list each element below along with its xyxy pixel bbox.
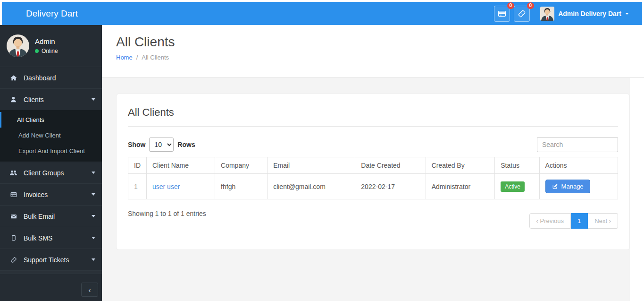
card-footer: Showing 1 to 1 of 1 entries ‹ Previous 1… xyxy=(128,210,618,229)
pagination-next-button[interactable]: Next › xyxy=(588,213,618,229)
online-status-dot xyxy=(35,49,39,53)
sidebar-item-bulk-email[interactable]: Bulk Email xyxy=(0,205,102,227)
navbar-right: 0 0 Admin Delivery Dart xyxy=(102,2,642,25)
sidebar-subitem-all-clients[interactable]: All Clients xyxy=(0,112,102,128)
envelope-icon xyxy=(9,213,17,220)
sidebar-item-dashboard[interactable]: Dashboard xyxy=(0,67,102,88)
sidebar-item-label: Bulk Email xyxy=(24,213,85,220)
sidebar-item-label: Bulk SMS xyxy=(24,234,85,242)
caret-down-icon xyxy=(92,258,95,261)
clients-card: All Clients Show 10 Rows xyxy=(116,94,630,250)
main-content: All Clients Home / All Clients All Clien… xyxy=(102,25,644,301)
page-size-select[interactable]: 10 xyxy=(149,138,174,152)
edit-icon xyxy=(552,183,558,189)
sidebar-divider xyxy=(0,270,102,274)
user-name: Admin xyxy=(35,37,58,45)
sidebar-filler xyxy=(0,274,102,278)
pagination-previous-button[interactable]: ‹ Previous xyxy=(529,213,571,229)
sidebar-item-client-groups[interactable]: Client Groups xyxy=(0,162,102,183)
mobile-icon xyxy=(9,234,17,241)
sidebar: Admin Online Dashboard Clients xyxy=(0,25,102,301)
manage-button-label: Manage xyxy=(561,183,584,190)
column-header-company: Company xyxy=(215,157,268,174)
column-header-created-by: Created By xyxy=(426,157,495,174)
breadcrumb-home-link[interactable]: Home xyxy=(116,54,133,61)
brand-logo[interactable]: Delivery Dart xyxy=(2,2,102,25)
page-title: All Clients xyxy=(116,34,630,50)
avatar xyxy=(7,34,29,57)
user-icon xyxy=(9,96,17,103)
credit-card-icon xyxy=(497,9,507,18)
column-header-client-name: Client Name xyxy=(147,157,215,174)
notification-badge: 0 xyxy=(507,2,515,9)
caret-down-icon xyxy=(92,172,95,174)
user-status: Online xyxy=(35,48,58,54)
sidebar-item-support-tickets[interactable]: Support Tickets xyxy=(0,249,102,270)
table-controls: Show 10 Rows xyxy=(128,137,618,152)
table-row: 1 user user fhfgh client@gmail.com 2022-… xyxy=(128,174,618,199)
sidebar-footer: ‹ xyxy=(0,278,102,301)
cell-client-name: user user xyxy=(147,174,215,199)
search-input[interactable] xyxy=(537,137,618,152)
notification-badge: 0 xyxy=(527,2,535,9)
invoices-notification-button[interactable]: 0 xyxy=(494,6,510,22)
sidebar-subitem-export-import-client[interactable]: Export And Import Client xyxy=(0,143,102,159)
cell-id: 1 xyxy=(128,174,147,199)
table-header-row: ID Client Name Company Email Date Create… xyxy=(128,157,618,174)
client-name-link[interactable]: user user xyxy=(152,183,180,190)
column-header-date-created: Date Created xyxy=(355,157,426,174)
sidebar-item-label: Invoices xyxy=(24,191,85,198)
sidebar-item-label: Client Groups xyxy=(24,169,85,177)
breadcrumb-separator: / xyxy=(136,54,138,61)
user-menu-label: Admin Delivery Dart xyxy=(558,10,621,17)
status-badge: Active xyxy=(501,181,525,192)
caret-down-icon xyxy=(92,215,95,217)
pagination-page-1-button[interactable]: 1 xyxy=(571,213,588,229)
entries-summary: Showing 1 to 1 of 1 entries xyxy=(128,210,206,217)
page-size-group: Show 10 Rows xyxy=(128,138,195,152)
cell-date-created: 2022-02-17 xyxy=(355,174,426,199)
cell-email: client@gmail.com xyxy=(268,174,355,199)
sidebar-item-invoices[interactable]: Invoices xyxy=(0,183,102,205)
manage-button[interactable]: Manage xyxy=(545,180,590,193)
right-gutter xyxy=(630,78,644,301)
breadcrumb: Home / All Clients xyxy=(116,54,630,61)
ticket-icon xyxy=(9,256,17,264)
top-navbar: Delivery Dart 0 0 xyxy=(2,2,642,25)
cell-company: fhfgh xyxy=(215,174,268,199)
credit-card-icon xyxy=(9,191,17,198)
user-menu[interactable]: Admin Delivery Dart xyxy=(540,7,629,21)
home-icon xyxy=(9,74,17,82)
caret-down-icon xyxy=(92,193,95,196)
caret-down-icon xyxy=(92,98,95,101)
column-header-id: ID xyxy=(128,157,147,174)
sidebar-item-label: Support Tickets xyxy=(24,256,85,264)
column-header-actions: Actions xyxy=(539,157,618,174)
caret-down-icon xyxy=(625,13,629,15)
content-body: All Clients Show 10 Rows xyxy=(102,77,644,250)
cell-created-by: Administrator xyxy=(426,174,495,199)
tickets-notification-button[interactable]: 0 xyxy=(514,6,530,22)
sidebar-item-clients[interactable]: Clients xyxy=(0,88,102,110)
show-label: Show xyxy=(128,141,145,148)
column-header-email: Email xyxy=(268,157,355,174)
cell-actions: Manage xyxy=(539,174,618,199)
clients-submenu: All Clients Add New Client Export And Im… xyxy=(0,110,102,162)
pagination: ‹ Previous 1 Next › xyxy=(529,213,618,229)
content-header: All Clients Home / All Clients xyxy=(102,25,644,77)
sidebar-menu: Dashboard Clients All Clients Add New Cl… xyxy=(0,67,102,270)
clients-table: ID Client Name Company Email Date Create… xyxy=(128,157,618,199)
users-icon xyxy=(9,169,17,176)
sidebar-subitem-add-new-client[interactable]: Add New Client xyxy=(0,128,102,143)
sidebar-item-label: Dashboard xyxy=(24,74,95,82)
sidebar-item-label: Clients xyxy=(24,96,85,103)
breadcrumb-current: All Clients xyxy=(142,54,169,61)
sidebar-user-panel: Admin Online xyxy=(0,25,102,67)
cell-status: Active xyxy=(495,174,539,199)
sidebar-item-bulk-sms[interactable]: Bulk SMS xyxy=(0,227,102,249)
sidebar-collapse-button[interactable]: ‹ xyxy=(81,283,98,297)
rows-label: Rows xyxy=(177,141,195,148)
column-header-status: Status xyxy=(495,157,539,174)
ticket-icon xyxy=(517,9,527,18)
avatar xyxy=(540,7,554,21)
